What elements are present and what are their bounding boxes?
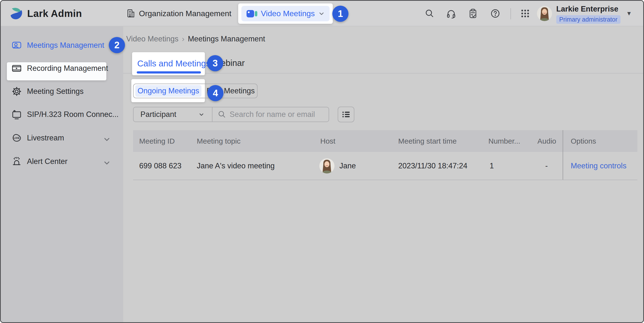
user-role-badge: Primary administrator: [556, 15, 620, 24]
column-header-number: Number...: [488, 137, 520, 145]
top-header-bar: Lark Admin Organization Management Video…: [1, 1, 643, 26]
breadcrumb: Video Meetings › Meetings Management: [126, 34, 265, 44]
user-menu-caret-icon[interactable]: ▼: [626, 10, 632, 17]
search-icon: [218, 110, 226, 118]
meetings-segmented-control: Ongoing Meetings Past Meetings: [133, 84, 258, 98]
highlight-box-video-meetings: Video Meetings: [238, 4, 333, 24]
grid-icon: [520, 8, 530, 18]
chevron-down-icon: [318, 10, 325, 17]
sidebar-item-label: Recording Management: [27, 64, 108, 73]
avatar-image: [537, 6, 552, 21]
header-divider: [510, 8, 511, 19]
breadcrumb-separator-icon: ›: [182, 34, 184, 44]
livestream-expand-chevron-icon[interactable]: [103, 135, 111, 144]
cell-host-name: Jane: [340, 162, 356, 170]
support-button[interactable]: [446, 8, 456, 18]
alert-center-expand-chevron-icon[interactable]: [103, 159, 111, 167]
list-view-icon: [341, 110, 351, 119]
nav-video-label: Video Meetings: [261, 9, 315, 18]
sidebar-item-label: Meetings Management: [27, 41, 104, 50]
filter-divider: [212, 107, 212, 122]
cell-audio: -: [545, 162, 548, 170]
avatar-image: [319, 158, 334, 174]
sidebar: Meetings Management Recording Management…: [1, 26, 123, 323]
gear-icon: [12, 86, 22, 96]
lark-admin-window: Lark Admin Organization Management Video…: [0, 0, 644, 323]
sidebar-item-label: Livestream: [27, 134, 64, 142]
highlight-box-calls-and-meetings-tab: Calls and Meetings: [132, 52, 205, 75]
column-header-audio: Audio: [538, 137, 556, 145]
user-menu[interactable]: Larkie Enterprise Primary administrator: [556, 5, 620, 24]
recording-management-icon: [12, 64, 22, 73]
sidebar-item-label: Alert Center: [27, 157, 68, 166]
host-avatar: [319, 158, 334, 174]
lark-bird-icon: [10, 6, 23, 20]
livestream-icon: LIVE: [12, 133, 22, 143]
live-icon-label: LIVE: [14, 136, 20, 140]
column-header-meeting-id: Meeting ID: [139, 137, 175, 145]
breadcrumb-parent[interactable]: Video Meetings: [126, 34, 178, 44]
alert-siren-icon: [12, 156, 22, 166]
room-connector-icon: [12, 110, 22, 119]
cell-number: 1: [490, 162, 494, 170]
breadcrumb-current: Meetings Management: [188, 34, 265, 44]
nav-item-video-meetings[interactable]: Video Meetings: [242, 6, 330, 21]
column-header-host: Host: [320, 137, 336, 145]
annotation-badge-3: 3: [207, 55, 223, 71]
sidebar-item-meetings-management[interactable]: Meetings Management: [12, 40, 104, 51]
user-avatar[interactable]: [537, 6, 552, 21]
sidebar-item-alert-center[interactable]: Alert Center: [12, 156, 68, 167]
search-button[interactable]: [425, 8, 434, 18]
clipboard-check-icon: [468, 8, 478, 18]
segment-ongoing-meetings[interactable]: Ongoing Meetings: [135, 85, 202, 97]
app-title: Lark Admin: [27, 8, 82, 19]
search-field-selector[interactable]: Participant: [134, 107, 212, 122]
table-row: 699 088 623 Jane A's video meeting Jane …: [133, 152, 638, 180]
cell-meeting-id: 699 088 623: [139, 162, 181, 170]
cell-meeting-topic: Jane A's video meeting: [197, 162, 275, 170]
tab-calls-and-meetings[interactable]: Calls and Meetings: [137, 58, 210, 68]
cell-start-time: 2023/11/30 18:47:24: [398, 162, 467, 170]
app-logo: Lark Admin: [10, 1, 82, 26]
sidebar-item-recording-management[interactable]: Recording Management: [12, 63, 108, 74]
search-filter-group: Participant: [133, 107, 329, 122]
search-icon: [425, 8, 434, 18]
active-tab-underline: [137, 71, 201, 74]
annotation-badge-2: 2: [109, 37, 125, 53]
search-field-selected-value: Participant: [140, 110, 176, 119]
annotation-badge-1: 1: [332, 6, 348, 22]
help-icon: [490, 8, 500, 18]
nav-item-organization-management[interactable]: Organization Management: [126, 1, 231, 26]
user-name: Larkie Enterprise: [556, 5, 620, 14]
feedback-button[interactable]: [468, 8, 478, 18]
help-button[interactable]: [490, 8, 500, 18]
sidebar-item-livestream[interactable]: LIVE Livestream: [12, 132, 64, 143]
sidebar-item-sip-room-connector[interactable]: SIP/H.323 Room Connec...: [12, 109, 118, 120]
meetings-table-header: Meeting ID Meeting topic Host Meeting st…: [133, 130, 638, 152]
sidebar-item-label: SIP/H.323 Room Connec...: [27, 110, 118, 119]
video-camera-icon: [246, 9, 258, 18]
column-header-start-time: Meeting start time: [398, 137, 456, 145]
annotation-badge-4: 4: [207, 85, 224, 101]
sidebar-item-label: Meeting Settings: [27, 87, 84, 96]
column-header-meeting-topic: Meeting topic: [197, 137, 240, 145]
chevron-down-icon: [198, 111, 205, 118]
column-settings-button[interactable]: [338, 106, 354, 122]
sidebar-item-meeting-settings[interactable]: Meeting Settings: [12, 86, 84, 97]
nav-org-label: Organization Management: [139, 9, 231, 18]
meetings-management-icon: [12, 40, 22, 50]
meeting-controls-link[interactable]: Meeting controls: [571, 162, 626, 170]
search-input[interactable]: [230, 107, 325, 122]
apps-button[interactable]: [520, 8, 530, 18]
building-icon: [126, 9, 136, 18]
headset-icon: [446, 8, 456, 18]
column-header-options: Options: [571, 137, 596, 145]
